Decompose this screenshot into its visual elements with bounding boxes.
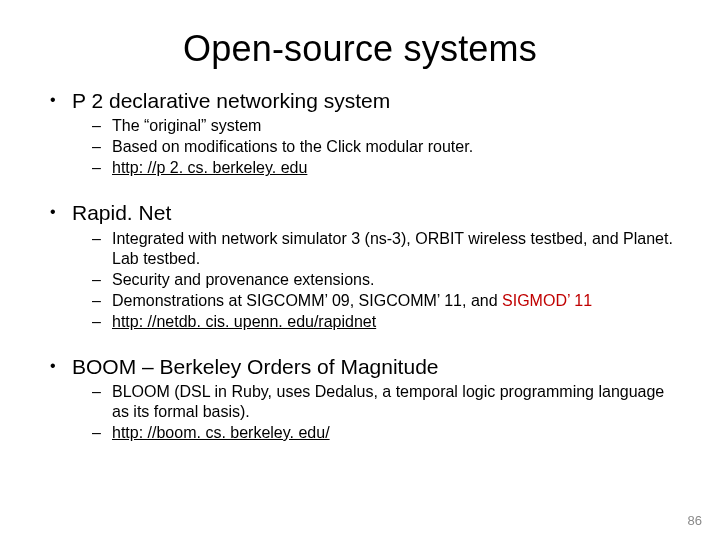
highlight-text: SIGMOD’ 11 (502, 292, 592, 309)
link-text[interactable]: http: //netdb. cis. upenn. edu/rapidnet (112, 313, 376, 330)
page-number: 86 (688, 513, 702, 528)
sub-item: http: //p 2. cs. berkeley. edu (92, 158, 680, 178)
text: Integrated with network simulator 3 (ns-… (112, 230, 673, 267)
text: Security and provenance extensions. (112, 271, 374, 288)
text: The “original” system (112, 117, 261, 134)
sub-list: BLOOM (DSL in Ruby, uses Dedalus, a temp… (92, 382, 680, 443)
section-item: BOOM – Berkeley Orders of MagnitudeBLOOM… (46, 354, 680, 443)
slide-title: Open-source systems (40, 28, 680, 70)
sub-item: Demonstrations at SIGCOMM’ 09, SIGCOMM’ … (92, 291, 680, 311)
sub-item: Based on modifications to the Click modu… (92, 137, 680, 157)
section-item: Rapid. NetIntegrated with network simula… (46, 200, 680, 331)
sub-item: The “original” system (92, 116, 680, 136)
text: BLOOM (DSL in Ruby, uses Dedalus, a temp… (112, 383, 664, 420)
sub-item: Integrated with network simulator 3 (ns-… (92, 229, 680, 269)
bullet-list: P 2 declarative networking systemThe “or… (46, 88, 680, 443)
sub-item: Security and provenance extensions. (92, 270, 680, 290)
section-heading: Rapid. Net (72, 201, 171, 224)
link-text[interactable]: http: //p 2. cs. berkeley. edu (112, 159, 307, 176)
section-heading: BOOM – Berkeley Orders of Magnitude (72, 355, 439, 378)
slide: Open-source systems P 2 declarative netw… (0, 0, 720, 540)
sub-item: http: //boom. cs. berkeley. edu/ (92, 423, 680, 443)
link-text[interactable]: http: //boom. cs. berkeley. edu/ (112, 424, 330, 441)
text: Based on modifications to the Click modu… (112, 138, 473, 155)
section-heading: P 2 declarative networking system (72, 89, 390, 112)
sub-item: http: //netdb. cis. upenn. edu/rapidnet (92, 312, 680, 332)
section-item: P 2 declarative networking systemThe “or… (46, 88, 680, 178)
text: Demonstrations at SIGCOMM’ 09, SIGCOMM’ … (112, 292, 502, 309)
sub-item: BLOOM (DSL in Ruby, uses Dedalus, a temp… (92, 382, 680, 422)
sub-list: The “original” systemBased on modificati… (92, 116, 680, 178)
sub-list: Integrated with network simulator 3 (ns-… (92, 229, 680, 332)
